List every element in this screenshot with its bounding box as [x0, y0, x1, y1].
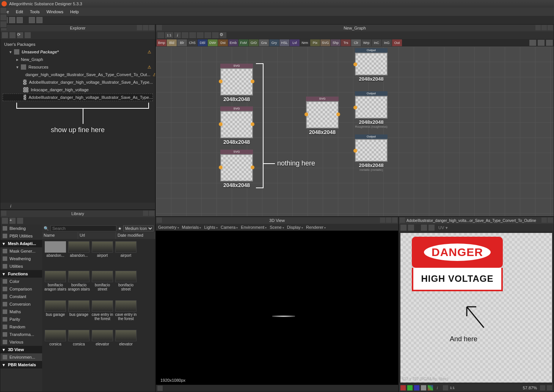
graph-icon[interactable] [157, 25, 162, 30]
note-icon[interactable] [538, 40, 545, 46]
zoom-in-icon[interactable] [547, 385, 552, 390]
graph-refresh-icon[interactable] [204, 32, 211, 38]
col-date[interactable]: Date modified [116, 232, 155, 239]
graph-arrow-icon[interactable] [197, 32, 204, 38]
svg-node[interactable]: SVG 2048x2048 [220, 106, 253, 145]
panel-max-icon[interactable] [386, 217, 391, 223]
category-item[interactable]: Utilities [0, 262, 42, 270]
filter-dwr[interactable]: DWr [208, 39, 218, 46]
tree-graph[interactable]: New_Graph [3, 56, 153, 63]
undo-icon[interactable] [29, 17, 35, 23]
filter-dst[interactable]: Dst [218, 39, 228, 46]
library-thumb[interactable]: bus garage [68, 300, 90, 328]
tree-resources[interactable]: Resources ⚠ [3, 63, 153, 71]
filter-bld[interactable]: Bld [167, 39, 177, 46]
library-thumb[interactable]: cave entry in the forest [91, 300, 113, 328]
filter-chs[interactable]: ChS [187, 39, 197, 46]
favorite-icon[interactable]: ★ [118, 226, 122, 231]
output-node[interactable]: Output 2048x2048 Roughness (roughness) [355, 91, 388, 128]
output-node[interactable]: Output 2048x2048 [355, 48, 388, 82]
category-item[interactable]: PBR Utilities [0, 232, 42, 240]
filter-svg[interactable]: SVG [320, 39, 330, 46]
3d-menu-display[interactable]: Display [287, 225, 303, 230]
tool-icon[interactable] [0, 21, 6, 27]
2d-view-icon[interactable] [400, 217, 405, 223]
open-icon[interactable] [9, 17, 15, 23]
library-folder-icon[interactable] [17, 218, 23, 224]
svg-node[interactable]: SVG 2048x2048 [220, 150, 253, 188]
menu-edit[interactable]: Edit [16, 9, 23, 14]
3d-menu-scene[interactable]: Scene [270, 225, 284, 230]
explorer-refresh-icon[interactable]: ⟳ [17, 32, 23, 38]
channel-r-icon[interactable] [400, 385, 406, 390]
graph-gear-icon[interactable]: ⚙ [220, 32, 226, 38]
3d-menu-lights[interactable]: Lights [204, 225, 218, 230]
graph-zoom-icon[interactable] [182, 32, 188, 38]
category-item[interactable]: Transforma... [0, 331, 42, 338]
tree-item[interactable]: AdobeIllustrator_danger_high_voltage_Ill… [3, 78, 153, 86]
panel-max-icon[interactable] [143, 25, 148, 30]
menu-windows[interactable]: Windows [46, 9, 63, 14]
panel-max-icon[interactable] [541, 25, 547, 30]
category-item[interactable]: Comparison [0, 285, 42, 293]
library-thumb[interactable]: corsica [68, 330, 90, 358]
category-item[interactable]: Blending [0, 225, 42, 232]
library-thumb[interactable]: bonifacio aragon stairs [68, 271, 90, 299]
category-item[interactable]: Maths [0, 308, 42, 315]
graph-ratio-icon[interactable]: 1:1 [165, 32, 173, 38]
filter-shp[interactable]: Shp [331, 39, 341, 46]
category-item[interactable]: Random [0, 323, 42, 331]
filter-dbl[interactable]: DBl [198, 39, 207, 46]
menu-help[interactable]: Help [70, 9, 79, 14]
filter-trs[interactable]: Trs [341, 39, 351, 46]
svg-node[interactable]: SVG 2048x2048 [220, 64, 253, 102]
filter-pix[interactable]: Pix [310, 39, 320, 46]
col-url[interactable]: Url [78, 232, 116, 239]
tree-package[interactable]: Unsaved Package* ⚠ [3, 48, 153, 56]
category-item[interactable]: PBR Materials [0, 361, 42, 369]
category-item[interactable]: Color [0, 278, 42, 285]
tree-item[interactable]: danger_high_voltage_Illustrator_Save_As_… [3, 71, 153, 78]
graph-clock-icon[interactable] [212, 32, 219, 38]
panel-close-icon[interactable] [548, 25, 553, 30]
panel-min-icon[interactable] [137, 25, 142, 30]
filter-gry[interactable]: Gry [269, 39, 279, 46]
panel-min-icon[interactable] [535, 25, 541, 30]
panel-max-icon[interactable] [541, 217, 547, 223]
panel-close-icon[interactable] [149, 211, 154, 216]
channel-g-icon[interactable] [407, 385, 413, 390]
library-thumb[interactable]: bonifacio street [115, 271, 137, 299]
tool-icon[interactable] [0, 14, 6, 20]
graph-link-icon[interactable] [189, 32, 196, 38]
library-thumb[interactable]: bonifacio aragon stairs [44, 271, 66, 299]
col-name[interactable]: Name [42, 232, 78, 239]
tool-icon[interactable] [0, 8, 6, 14]
2d-viewport[interactable]: DANGER HIGH VOLTAGE And here 612 x 792 (… [400, 233, 552, 383]
library-thumb[interactable]: airport [91, 241, 113, 269]
explorer-expand-icon[interactable] [2, 32, 8, 38]
3d-menu-renderer[interactable]: Renderer [306, 225, 326, 230]
3d-menu-camera[interactable]: Camera [221, 225, 238, 230]
filter-clr[interactable]: Clr [351, 39, 361, 46]
filter-blr[interactable]: Blr [177, 39, 187, 46]
tree-item[interactable]: Inkscape_danger_high_voltage [3, 86, 153, 94]
panel-close-icon[interactable] [392, 217, 397, 223]
filter-nrm[interactable]: Nrm [300, 39, 310, 46]
3d-menu-environment[interactable]: Environment [241, 225, 267, 230]
3d-view-icon[interactable] [157, 217, 162, 223]
graph-info-icon[interactable]: i [174, 32, 181, 38]
filter-gra[interactable]: Gra [259, 39, 269, 46]
channel-rgb-icon[interactable] [428, 385, 433, 390]
channel-b-icon[interactable] [414, 385, 419, 390]
category-item[interactable]: 3D View [0, 346, 42, 353]
zoom-ratio[interactable]: 1:1 [450, 386, 455, 390]
filter-lvl[interactable]: Lvl [290, 39, 300, 46]
2d-tool-icon[interactable] [421, 225, 427, 231]
uv-label[interactable]: UV [438, 225, 444, 230]
3d-viewport[interactable]: 1920x1080px [156, 231, 398, 385]
panel-min-icon[interactable] [380, 217, 385, 223]
filter-grd[interactable]: GrD [249, 39, 259, 46]
panel-close-icon[interactable] [548, 217, 553, 223]
filter-emb[interactable]: Emb [228, 39, 238, 46]
comment-icon[interactable] [529, 40, 536, 46]
